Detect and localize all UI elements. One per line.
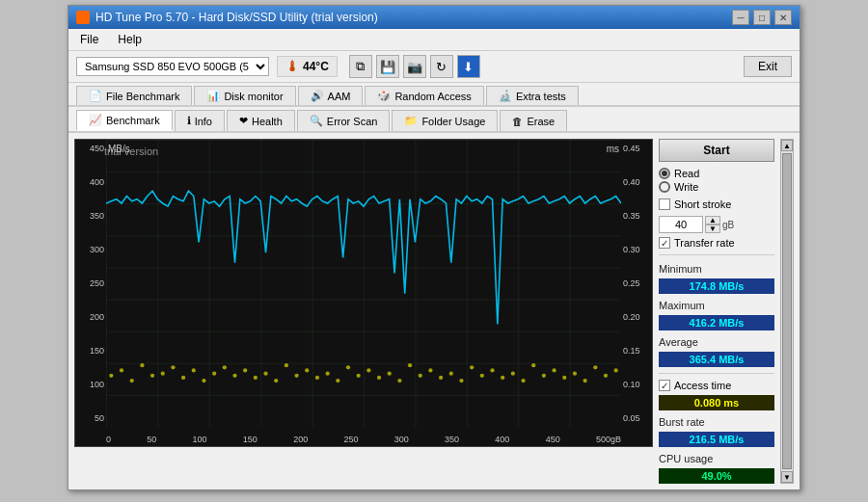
minimum-value: 174.8 MB/s [659,278,774,294]
short-stroke-checkbox[interactable] [659,198,670,210]
benchmark-icon: 📈 [89,114,102,126]
tab-extra-tests[interactable]: 🔬 Extra tests [486,86,579,105]
title-bar: HD Tune Pro 5.70 - Hard Disk/SSD Utility… [68,6,800,29]
svg-point-14 [243,368,247,372]
stroke-spinners: ▲ ▼ [705,216,720,233]
stroke-unit-label: gB [722,220,734,230]
svg-point-42 [531,363,535,367]
scroll-down-button[interactable]: ▼ [781,471,793,483]
start-button[interactable]: Start [659,139,774,162]
device-select[interactable]: Samsung SSD 850 EVO 500GB (500 gB) [76,57,269,76]
tab-file-benchmark[interactable]: 📄 File Benchmark [76,86,192,105]
download-icon[interactable]: ⬇ [457,55,480,78]
average-value: 365.4 MB/s [659,352,774,367]
access-time-checkbox[interactable] [659,380,670,391]
tab-info-label: Info [195,116,212,127]
svg-point-6 [161,372,165,376]
transfer-rate-label: Transfer rate [674,237,735,249]
short-stroke-label: Short stroke [674,198,731,210]
write-radio-item[interactable]: Write [659,181,774,193]
svg-point-3 [130,379,134,383]
tab-folder-usage[interactable]: 📁 Folder Usage [392,110,498,131]
tab-error-scan-label: Error Scan [327,116,378,127]
svg-point-29 [397,379,401,383]
toolbar-icons: ⧉ 💾 📷 ↻ ⬇ [349,55,480,78]
toolbar: Samsung SSD 850 EVO 500GB (500 gB) 🌡 44°… [68,51,800,83]
refresh-icon[interactable]: ↻ [430,55,453,78]
read-radio-item[interactable]: Read [659,168,774,179]
svg-point-25 [357,374,361,378]
minimize-button[interactable]: ─ [732,10,749,25]
short-stroke-row[interactable]: Short stroke [659,198,774,210]
transfer-rate-row[interactable]: Transfer rate [659,237,774,249]
maximize-button[interactable]: □ [753,10,771,25]
thermometer-icon: 🌡 [285,59,299,74]
svg-point-16 [263,372,267,376]
nav-tabs-sub: 📈 Benchmark ℹ Info ❤ Health 🔍 Error Scan… [68,107,800,133]
svg-point-36 [470,365,474,369]
file-benchmark-icon: 📄 [89,90,102,102]
stroke-up-button[interactable]: ▲ [705,216,720,225]
help-menu[interactable]: Help [114,31,146,48]
tab-info[interactable]: ℹ Info [175,110,225,131]
y-axis-left: 450 400 350 300 250 200 150 100 50 [75,140,106,427]
svg-point-30 [408,363,412,367]
read-label: Read [674,168,699,179]
vertical-scrollbar[interactable]: ▲ ▼ [780,139,794,484]
svg-point-49 [604,374,608,378]
svg-point-32 [428,368,432,372]
nav-tabs-top: 📄 File Benchmark 📊 Disk monitor 🔊 AAM 🎲 … [68,83,800,107]
tab-disk-monitor[interactable]: 📊 Disk monitor [194,86,295,105]
svg-point-11 [212,372,216,376]
camera-icon[interactable]: 📷 [403,55,426,78]
svg-rect-0 [106,140,621,427]
folder-usage-icon: 📁 [404,115,418,127]
svg-point-33 [439,376,443,380]
tab-aam[interactable]: 🔊 AAM [298,86,364,105]
svg-point-50 [614,368,618,372]
access-time-row[interactable]: Access time [659,380,774,391]
scroll-up-button[interactable]: ▲ [781,140,793,151]
svg-point-19 [294,374,298,378]
stroke-down-button[interactable]: ▼ [705,225,720,233]
svg-point-15 [254,376,258,380]
error-scan-icon: 🔍 [310,115,323,127]
tab-erase[interactable]: 🗑 Erase [500,110,567,131]
tab-health[interactable]: ❤ Health [227,110,295,131]
file-menu[interactable]: File [76,31,102,48]
svg-point-38 [490,368,494,372]
svg-point-41 [521,379,525,383]
tab-benchmark[interactable]: 📈 Benchmark [76,110,173,131]
average-label: Average [659,336,774,348]
random-access-icon: 🎲 [377,90,391,102]
divider-2 [659,373,774,374]
transfer-rate-checkbox[interactable] [659,237,670,249]
menu-bar: File Help [68,29,800,51]
copy-icon[interactable]: ⧉ [349,55,372,78]
close-button[interactable]: ✕ [774,10,792,25]
svg-point-10 [202,379,205,383]
tab-error-scan[interactable]: 🔍 Error Scan [297,110,391,131]
disk-monitor-icon: 📊 [206,90,220,102]
health-icon: ❤ [239,115,248,127]
cpu-usage-label: CPU usage [659,453,774,464]
write-radio[interactable] [659,181,670,193]
svg-point-28 [388,372,392,376]
read-radio[interactable] [659,168,670,179]
save-icon[interactable]: 💾 [376,55,399,78]
erase-icon: 🗑 [512,116,523,127]
svg-point-34 [449,372,453,376]
divider-1 [659,254,774,255]
svg-point-43 [542,374,546,378]
exit-button[interactable]: Exit [744,56,792,77]
svg-point-21 [315,376,319,380]
svg-point-20 [305,368,309,372]
info-icon: ℹ [187,115,191,127]
svg-point-40 [511,372,515,376]
tab-random-access[interactable]: 🎲 Random Access [365,86,483,105]
tab-folder-usage-label: Folder Usage [421,116,485,127]
stroke-value-input[interactable] [659,216,703,233]
svg-point-5 [150,374,154,378]
write-label: Write [674,181,698,193]
scroll-thumb[interactable] [782,153,792,469]
